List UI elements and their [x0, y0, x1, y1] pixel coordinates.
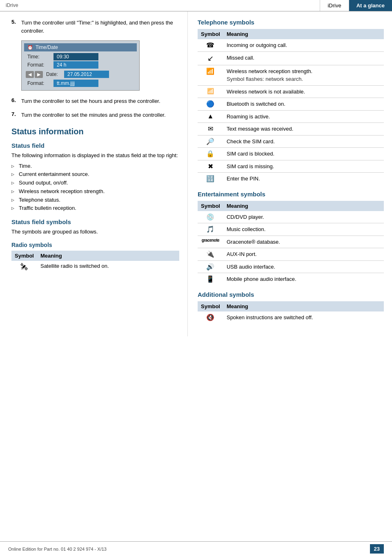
tel-meaning-text: Text message was received. — [223, 123, 384, 136]
tel-sym-missed: ↙ — [198, 51, 223, 65]
ent-meaning-gracenote: Gracenote® database. — [223, 236, 384, 248]
step-6-text: Turn the controller to set the hours and… — [21, 97, 160, 105]
radio-symbols-table: Symbol Meaning 🛰 Satellite radio is swit… — [11, 251, 179, 274]
tel-meaning-sim-missing: SIM card is missing. — [223, 160, 384, 173]
tel-sym-sim-missing: ✖ — [198, 160, 223, 173]
table-row: 🔌 AUX-IN port. — [198, 248, 384, 261]
ent-sym-aux: 🔌 — [198, 248, 223, 261]
screenshot-title-bar: ⏰ Time/Date — [24, 43, 137, 51]
tel-meaning-reception: Wireless network reception strength. Sym… — [223, 65, 384, 85]
tel-meaning-reception-sub: Symbol flashes: network search. — [227, 75, 381, 83]
tel-meaning-no-network: Wireless network is not available. — [223, 85, 384, 98]
ent-meaning-dvd: CD/DVD player. — [223, 211, 384, 223]
tel-meaning-bluetooth: Bluetooth is switched on. — [223, 98, 384, 111]
table-row: ✖ SIM card is missing. — [198, 160, 384, 173]
screenshot-row-format1: Format: 24 h — [24, 61, 137, 69]
tel-col-meaning: Meaning — [223, 29, 384, 39]
table-row: 🔎 Check the SIM card. — [198, 135, 384, 148]
step-5-num: 5. — [11, 19, 18, 35]
nav-arrows: ◀ ▶ — [26, 71, 43, 78]
radio-symbol-satellite: 🛰 — [11, 261, 37, 274]
tel-sym-text: ✉ — [198, 123, 223, 136]
left-column: 5. Turn the controller until "Time:" is … — [0, 11, 188, 336]
bullet-traffic: Traffic bulletin reception. — [11, 204, 179, 213]
tel-sym-reception: 📶 — [198, 65, 223, 85]
ent-col-meaning: Meaning — [223, 201, 384, 211]
footer-text: Online Edition for Part no. 01 40 2 924 … — [8, 547, 107, 552]
status-field-bullets: Time. Current entertainment source. Soun… — [11, 162, 179, 213]
ent-sym-mobile: 📱 — [198, 273, 223, 285]
step-6-num: 6. — [11, 97, 18, 105]
status-field-symbols-body: The symbols are grouped as follows. — [11, 228, 179, 236]
step-7-text: Turn the controller to set the minutes a… — [21, 111, 166, 119]
ent-meaning-mobile: Mobile phone audio interface. — [223, 273, 384, 285]
ent-sym-usb: 🔊 — [198, 260, 223, 273]
table-row: ✉ Text message was received. — [198, 123, 384, 136]
ent-meaning-usb: USB audio interface. — [223, 260, 384, 273]
table-row: ↙ Missed call. — [198, 51, 384, 65]
ent-col-symbol: Symbol — [198, 201, 223, 211]
tel-sym-pin: 🔢 — [198, 173, 223, 185]
format2-value: tt.mm.jjjj — [53, 80, 98, 87]
tel-meaning-missed: Missed call. — [223, 51, 384, 65]
page-header: iDrive iDrive At a glance — [0, 0, 392, 11]
nav-right-arrow[interactable]: ▶ — [35, 71, 43, 78]
ent-sym-dvd: 💿 — [198, 211, 223, 223]
table-row: 🛰 Satellite radio is switched on. — [11, 261, 179, 274]
status-field-heading: Status field — [11, 142, 179, 149]
screenshot-title: Time/Date — [36, 44, 58, 50]
page-footer: Online Edition for Part no. 01 40 2 924 … — [0, 541, 392, 556]
status-information-heading: Status information — [11, 127, 179, 136]
add-col-symbol: Symbol — [198, 301, 223, 311]
clock-icon: ⏰ — [27, 45, 33, 50]
add-meaning-mute: Spoken instructions are switched off. — [223, 311, 384, 324]
date-label: Date: — [43, 71, 64, 77]
ent-meaning-aux: AUX-IN port. — [223, 248, 384, 261]
table-row: 🔊 USB audio interface. — [198, 260, 384, 273]
table-row: 🔇 Spoken instructions are switched off. — [198, 311, 384, 324]
bullet-telephone: Telephone status. — [11, 196, 179, 205]
table-row: 📶 Wireless network is not available. — [198, 85, 384, 98]
date-value: 27.05.2012 — [64, 71, 109, 78]
entertainment-symbols-heading: Entertainment symbols — [198, 191, 384, 198]
tel-meaning-pin: Enter the PIN. — [223, 173, 384, 185]
nav-at-a-glance[interactable]: At a glance — [349, 0, 392, 11]
right-column: Telephone symbols Symbol Meaning ☎ Incom… — [188, 11, 392, 336]
step-6: 6. Turn the controller to set the hours … — [11, 97, 179, 105]
ent-meaning-music: Music collection. — [223, 223, 384, 236]
add-col-meaning: Meaning — [223, 301, 384, 311]
table-row: ☎ Incoming or outgoing call. — [198, 39, 384, 51]
step-7-num: 7. — [11, 111, 18, 119]
tel-sym-no-network: 📶 — [198, 85, 223, 98]
nav-idrive[interactable]: iDrive — [320, 0, 348, 11]
ent-sym-music: 🎵 — [198, 223, 223, 236]
radio-col-symbol: Symbol — [11, 251, 37, 261]
bullet-wireless: Wireless network reception strength. — [11, 187, 179, 196]
time-date-screenshot: ⏰ Time/Date Time: 09:30 Format: 24 h ◀ ▶… — [21, 40, 140, 91]
telephone-symbols-table: Symbol Meaning ☎ Incoming or outgoing ca… — [198, 29, 384, 185]
page-number: 23 — [370, 544, 384, 554]
tel-meaning-incoming: Incoming or outgoing call. — [223, 39, 384, 51]
tel-col-symbol: Symbol — [198, 29, 223, 39]
time-value: 09:30 — [53, 53, 98, 60]
table-row: 🔢 Enter the PIN. — [198, 173, 384, 185]
telephone-symbols-heading: Telephone symbols — [198, 19, 384, 26]
bullet-entertainment: Current entertainment source. — [11, 170, 179, 179]
table-row: 🔵 Bluetooth is switched on. — [198, 98, 384, 111]
time-label: Time: — [24, 54, 53, 60]
screenshot-row-time: Time: 09:30 — [24, 53, 137, 60]
radio-meaning-satellite: Satellite radio is switched on. — [37, 261, 179, 274]
status-field-symbols-heading: Status field symbols — [11, 218, 179, 225]
entertainment-symbols-table: Symbol Meaning 💿 CD/DVD player. 🎵 Music … — [198, 201, 384, 285]
screenshot-row-date: ◀ ▶ Date: 27.05.2012 — [24, 69, 137, 79]
format1-label: Format: — [24, 62, 53, 68]
step-7: 7. Turn the controller to set the minute… — [11, 111, 179, 119]
tel-sym-sim-blocked: 🔒 — [198, 148, 223, 160]
header-nav: iDrive At a glance — [320, 0, 392, 11]
tel-meaning-sim-check: Check the SIM card. — [223, 135, 384, 148]
radio-col-meaning: Meaning — [37, 251, 179, 261]
additional-symbols-heading: Additional symbols — [198, 291, 384, 298]
nav-left-arrow[interactable]: ◀ — [26, 71, 34, 78]
product-label: iDrive — [6, 2, 18, 8]
step-5: 5. Turn the controller until "Time:" is … — [11, 19, 179, 35]
